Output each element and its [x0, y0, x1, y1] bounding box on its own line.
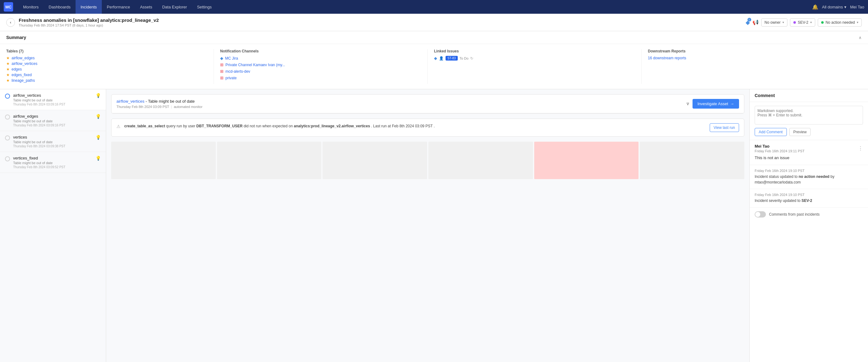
slack-icon: ⊞	[220, 62, 223, 67]
view-last-run-button[interactable]: View last run	[710, 123, 739, 132]
toggle-label: Comments from past incidents	[769, 212, 819, 217]
table-item[interactable]: ★airflow_edges	[6, 56, 207, 60]
user-menu[interactable]: Mei Tao	[850, 5, 864, 9]
owner-dropdown[interactable]: No owner ▾	[761, 19, 787, 27]
status-circle-icon	[5, 156, 10, 161]
jira-icon: ◆	[220, 56, 223, 61]
incident-date: Thursday Feb 8th 2024 03:09 PST	[117, 105, 169, 108]
chevron-down-icon: ▾	[844, 5, 846, 9]
more-options-icon[interactable]: ⋮	[858, 145, 863, 151]
chart-bar-col	[111, 142, 216, 179]
chevron-down-icon: ▾	[857, 21, 858, 24]
header-actions: ◆ 1 📢 No owner ▾ SEV-2 ▾ No action neede…	[746, 19, 862, 27]
nav-performance[interactable]: Performance	[102, 0, 135, 14]
table-list-item[interactable]: airflow_edges Table might be out of date…	[0, 110, 106, 131]
page-content: Summary ∧ Tables (7) ★airflow_edges ★air…	[0, 31, 868, 362]
downstream-header: Downstream Reports	[648, 49, 849, 53]
table-time: Thursday Feb 8th 2024 03:09:16 PST	[13, 124, 65, 127]
status-text: no action needed	[799, 174, 830, 179]
status-dot	[821, 21, 824, 24]
table-row-left: airflow_vertices Table might be out of d…	[5, 93, 65, 106]
bell-icon[interactable]: 🔔	[812, 4, 818, 10]
activity-text: Incident severity updated to SEV-2	[755, 198, 863, 203]
linked-issues-column: Linked Issues ◆ 👤 ST-83 To Do ↻	[434, 49, 642, 84]
alert-icon: ⚠	[117, 124, 121, 129]
toggle-row: Comments from past incidents	[750, 207, 868, 221]
chart-bar-col	[428, 142, 533, 179]
light-icon[interactable]: 💡	[96, 114, 101, 119]
notification-channels-column: Notification Channels ◆MC Jira ⊞Private …	[220, 49, 428, 84]
filter-icon[interactable]: ⛛	[686, 101, 690, 106]
add-comment-button[interactable]: Add Comment	[755, 128, 787, 136]
collapse-icon[interactable]: ∧	[859, 35, 862, 40]
person-icon: 👤	[439, 56, 444, 61]
table-list-item[interactable]: vertices Table might be out of date Thur…	[0, 131, 106, 152]
table-name: airflow_edges	[13, 114, 65, 119]
chart-area	[111, 142, 744, 179]
status-dropdown[interactable]: No action needed ▾	[818, 19, 862, 27]
domain-selector[interactable]: All domains ▾	[822, 5, 846, 9]
nav-settings[interactable]: Settings	[192, 0, 217, 14]
incident-subtitle: Thursday Feb 8th 2024 17:54 PST (8 days,…	[19, 24, 742, 27]
comment-date: Friday Feb 16th 2024 19:11 PST	[755, 149, 805, 153]
comment-input-area: Add Comment Preview	[750, 102, 868, 140]
table-link[interactable]: airflow_vertices	[117, 99, 145, 104]
alert-table: analytics:prod_lineage_v2.airflow_vertic…	[294, 124, 370, 128]
alert-period: .	[434, 124, 435, 128]
table-list-item[interactable]: vertices_fixed Table might be out of dat…	[0, 152, 106, 173]
incident-card-subtitle: Thursday Feb 8th 2024 03:09 PST | automa…	[117, 105, 202, 108]
channel-item[interactable]: ⊞private	[220, 75, 421, 80]
table-item[interactable]: ★edges	[6, 67, 207, 71]
light-icon[interactable]: 💡	[96, 135, 101, 140]
table-row-left: vertices Table might be out of date Thur…	[5, 135, 65, 148]
back-icon: ‹	[10, 20, 11, 25]
table-item[interactable]: ★lineage_paths	[6, 78, 207, 83]
nav-dashboards[interactable]: Dashboards	[44, 0, 75, 14]
speaker-icon[interactable]: 📢	[752, 19, 759, 25]
activity-item: Friday Feb 16th 2024 19:10 PST Incident …	[750, 189, 868, 207]
table-time: Thursday Feb 8th 2024 03:09:16 PST	[13, 103, 65, 106]
table-info: airflow_vertices Table might be out of d…	[13, 93, 65, 106]
sev-dropdown[interactable]: SEV-2 ▾	[790, 19, 815, 27]
alert-user: DBT_TRANSFORM_USER	[196, 124, 243, 128]
slack-icon: ⊞	[220, 69, 223, 74]
incident-title: Freshness anomalies in [snowflake] analy…	[19, 18, 742, 23]
nav-monitors[interactable]: Monitors	[18, 0, 44, 14]
monitor-label: automated monitor	[174, 105, 203, 108]
star-icon: ★	[6, 62, 10, 66]
table-time: Thursday Feb 8th 2024 03:09:38 PST	[13, 144, 65, 148]
separator: |	[171, 105, 172, 108]
table-list-item[interactable]: airflow_vertices Table might be out of d…	[0, 89, 106, 110]
nav-data-explorer[interactable]: Data Explorer	[157, 0, 192, 14]
table-info: vertices Table might be out of date Thur…	[13, 135, 65, 148]
table-row-left: vertices_fixed Table might be out of dat…	[5, 156, 65, 169]
summary-title: Summary	[6, 35, 26, 40]
issue-badge[interactable]: ST-83	[445, 56, 458, 61]
table-item[interactable]: ★edges_fixed	[6, 73, 207, 77]
downstream-reports-column: Downstream Reports 16 downstream reports	[648, 49, 856, 84]
table-desc: Table might be out of date	[13, 119, 65, 123]
activity-item: Friday Feb 16th 2024 19:10 PST Incident …	[750, 165, 868, 189]
main-content: airflow_vertices - Table might be out of…	[106, 89, 749, 362]
channel-item[interactable]: ⊞mcd-alerts-dev	[220, 69, 421, 74]
summary-content: Tables (7) ★airflow_edges ★airflow_verti…	[0, 44, 868, 89]
investigate-asset-button[interactable]: Investigate Asset →	[692, 99, 739, 108]
refresh-icon[interactable]: ↻	[470, 56, 473, 61]
channel-item[interactable]: ◆MC Jira	[220, 56, 421, 61]
nav-assets[interactable]: Assets	[135, 0, 157, 14]
incident-card-header: airflow_vertices - Table might be out of…	[112, 95, 744, 113]
past-incidents-toggle[interactable]	[755, 211, 766, 218]
table-name: vertices	[13, 135, 65, 139]
downstream-link[interactable]: 16 downstream reports	[648, 56, 849, 60]
channel-item[interactable]: ⊞Private Channel Kamaev Ivan (my...	[220, 62, 421, 67]
back-button[interactable]: ‹	[6, 18, 15, 27]
light-icon[interactable]: 💡	[96, 93, 101, 98]
comment-textarea[interactable]	[755, 106, 863, 125]
slack-icon: ⊞	[220, 75, 223, 80]
incident-header: ‹ Freshness anomalies in [snowflake] ana…	[0, 14, 868, 31]
light-icon[interactable]: 💡	[96, 156, 101, 161]
table-item[interactable]: ★airflow_vertices	[6, 62, 207, 66]
star-icon: ★	[6, 56, 10, 60]
preview-button[interactable]: Preview	[789, 128, 811, 136]
nav-incidents[interactable]: Incidents	[75, 0, 102, 14]
